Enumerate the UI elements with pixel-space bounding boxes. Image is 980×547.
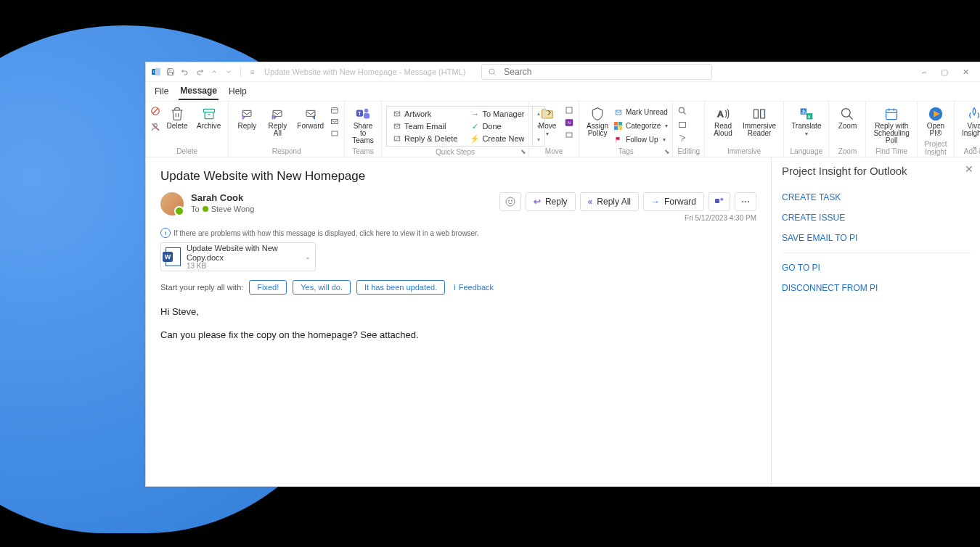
related-icon[interactable] <box>677 120 687 129</box>
msg-reply-all-button[interactable]: «Reply All <box>580 192 639 211</box>
mail-icon <box>393 122 401 131</box>
forward-attachment-icon[interactable] <box>330 118 340 126</box>
react-button[interactable] <box>499 192 521 211</box>
reply-button[interactable]: Reply <box>233 104 261 131</box>
unread-icon <box>614 108 623 117</box>
reply-arrow-icon: ↩ <box>534 197 541 207</box>
recipient-presence-icon <box>203 206 208 212</box>
msg-reply-button[interactable]: ↩Reply <box>526 192 576 211</box>
tab-message[interactable]: Message <box>179 83 219 100</box>
panel-close-button[interactable]: ✕ <box>965 163 973 175</box>
feedback-link[interactable]: i Feedback <box>454 283 494 292</box>
attachment-size: 13 KB <box>187 262 299 270</box>
customize-qat-icon[interactable]: ≡ <box>247 66 258 78</box>
qs-done[interactable]: ✓Done <box>470 120 524 132</box>
viva-icon <box>966 106 980 122</box>
rules-icon[interactable] <box>564 106 574 115</box>
follow-up-button[interactable]: Follow Up▾ <box>614 133 668 146</box>
prev-item-icon[interactable] <box>208 66 220 78</box>
qs-artwork[interactable]: Artwork <box>393 108 457 120</box>
svg-point-51 <box>506 197 515 206</box>
go-to-pi-link[interactable]: GO TO PI <box>782 258 971 278</box>
qs-to-manager[interactable]: →To Manager <box>470 108 524 120</box>
info-icon: i <box>454 283 455 292</box>
viva-insights-button[interactable]: Viva Insights <box>959 104 980 139</box>
qs-create-new[interactable]: ⚡Create New <box>470 133 524 144</box>
word-doc-icon <box>166 247 181 266</box>
arrow-right-icon: → <box>470 110 479 118</box>
msg-forward-button[interactable]: →Forward <box>643 192 704 211</box>
more-respond-icon[interactable] <box>330 129 340 138</box>
search-box[interactable] <box>481 64 712 80</box>
svg-rect-20 <box>364 113 369 118</box>
minimize-button[interactable]: – <box>922 67 926 77</box>
categorize-button[interactable]: Categorize▾ <box>614 120 668 132</box>
actions-icon[interactable] <box>564 131 574 139</box>
create-issue-link[interactable]: CREATE ISSUE <box>782 207 971 228</box>
suggestion-2[interactable]: Yes, will do. <box>293 280 351 295</box>
junk-icon[interactable] <box>150 122 160 132</box>
save-email-link[interactable]: SAVE EMAIL TO PI <box>782 228 971 248</box>
svg-rect-33 <box>614 126 618 130</box>
disconnect-link[interactable]: DISCONNECT FROM PI <box>782 278 971 298</box>
info-bar[interactable]: i If there are problems with how this me… <box>160 228 756 238</box>
titlebar: O ≡ Update Website with New Homepage - M… <box>146 62 980 82</box>
onenote-icon[interactable]: N <box>564 118 574 128</box>
meeting-icon[interactable] <box>330 106 340 115</box>
read-aloud-button[interactable]: A Read Aloud <box>709 104 737 139</box>
qs-down-icon[interactable]: ▾ <box>537 123 540 130</box>
next-item-icon[interactable] <box>223 66 234 78</box>
quick-steps-launcher-icon[interactable]: ⬊ <box>520 148 526 155</box>
ribbon-collapse-icon[interactable]: ⌄ <box>971 141 978 151</box>
archive-button[interactable]: Archive <box>194 104 224 131</box>
forward-button[interactable]: Forward <box>294 104 327 131</box>
recipient-name[interactable]: Steve Wong <box>211 205 255 213</box>
assign-policy-button[interactable]: Assign Policy <box>584 104 611 139</box>
scheduling-poll-button[interactable]: Reply with Scheduling Poll <box>870 104 912 146</box>
close-button[interactable]: ✕ <box>963 67 969 77</box>
create-task-link[interactable]: CREATE TASK <box>782 187 971 207</box>
svg-text:あ: あ <box>801 109 807 115</box>
chevron-down-icon[interactable]: ⌄ <box>305 253 311 260</box>
maximize-button[interactable]: ▢ <box>941 67 948 77</box>
suggestion-1[interactable]: Fixed! <box>249 280 287 295</box>
find-icon[interactable] <box>677 106 687 116</box>
more-actions-button[interactable]: ⋯ <box>735 192 756 211</box>
svg-text:N: N <box>568 120 571 125</box>
categorize-icon <box>614 122 623 131</box>
quick-steps-gallery[interactable]: Artwork Team Email Reply & Delete →To Ma… <box>386 106 544 147</box>
svg-point-3 <box>489 69 494 74</box>
ignore-icon[interactable] <box>150 106 160 116</box>
policy-icon <box>589 106 605 122</box>
qs-more-icon[interactable]: ▾ <box>537 136 540 143</box>
reply-all-button[interactable]: Reply All <box>264 104 291 139</box>
to-label: To <box>191 205 200 213</box>
suggestion-3[interactable]: It has been updated. <box>356 280 445 295</box>
tags-launcher-icon[interactable]: ⬊ <box>664 148 670 155</box>
trash-icon <box>169 106 185 122</box>
window-title: Update Website with New Homepage - Messa… <box>264 67 465 76</box>
select-icon[interactable] <box>677 133 687 142</box>
save-icon[interactable] <box>165 66 176 78</box>
svg-rect-9 <box>203 109 214 112</box>
zoom-button[interactable]: Zoom <box>833 104 861 131</box>
sender-avatar[interactable] <box>160 192 184 215</box>
undo-icon[interactable] <box>179 66 191 78</box>
tab-help[interactable]: Help <box>227 83 248 99</box>
teams-chat-button[interactable] <box>709 192 730 211</box>
svg-point-19 <box>364 109 369 113</box>
mark-unread-button[interactable]: Mark Unread <box>614 106 668 118</box>
delete-button[interactable]: Delete <box>163 104 191 131</box>
tab-file[interactable]: File <box>153 83 170 99</box>
qs-reply-delete[interactable]: Reply & Delete <box>393 133 457 144</box>
qs-team-email[interactable]: Team Email <box>393 120 457 132</box>
svg-rect-54 <box>715 199 719 203</box>
qs-up-icon[interactable]: ▴ <box>537 110 540 117</box>
immersive-reader-button[interactable]: Immersive Reader <box>740 104 779 139</box>
attachment-chip[interactable]: Update Website with New Copy.docx 13 KB … <box>160 242 316 271</box>
search-input[interactable] <box>502 66 706 78</box>
share-to-teams-button[interactable]: T Share to Teams <box>349 104 377 146</box>
open-pi-button[interactable]: Open PI® <box>922 104 950 139</box>
translate-button[interactable]: あa Translate ▾ <box>788 104 824 139</box>
redo-icon[interactable] <box>194 66 205 78</box>
